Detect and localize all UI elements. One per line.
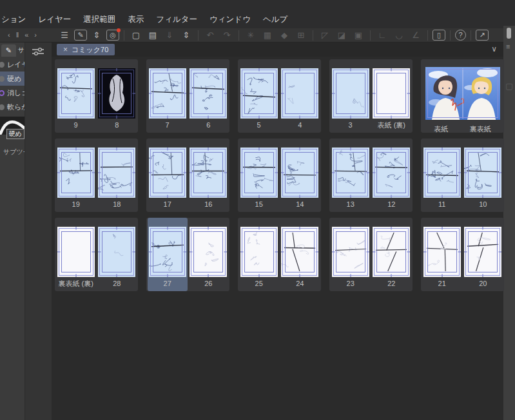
- page-label: 25: [255, 280, 263, 287]
- main-menu-icon[interactable]: ☰: [57, 30, 72, 41]
- page-thumbnail[interactable]: [332, 68, 369, 119]
- page-thumbnail[interactable]: [98, 68, 135, 119]
- page-thumbnail[interactable]: [281, 68, 318, 119]
- page-cell-selected[interactable]: 27: [148, 218, 188, 291]
- page-cell[interactable]: 26: [188, 218, 228, 291]
- menu-item[interactable]: ション: [1, 14, 26, 25]
- page-thumbnail[interactable]: [332, 227, 369, 277]
- page-cell[interactable]: 19: [56, 138, 96, 212]
- new-file-icon[interactable]: ▢: [129, 30, 143, 41]
- document-tab[interactable]: × コミック70: [57, 44, 115, 55]
- page-cell[interactable]: 16: [188, 138, 228, 212]
- page-thumbnail[interactable]: [464, 148, 501, 198]
- page-thumbnail[interactable]: [189, 68, 227, 119]
- dock-collapse-arrow[interactable]: «: [24, 32, 28, 39]
- page-cell[interactable]: 10: [463, 138, 503, 212]
- menu-item[interactable]: 表示: [128, 14, 144, 25]
- tool-switch-chevrons-icon[interactable]: ⇕: [90, 30, 104, 41]
- page-thumbnail[interactable]: [281, 148, 318, 198]
- page-thumbnail-cover-spread[interactable]: [425, 67, 500, 120]
- page-thumbnail[interactable]: [332, 148, 369, 198]
- page-thumbnail[interactable]: [373, 227, 410, 277]
- dock-prev-arrow[interactable]: ‹: [8, 32, 10, 39]
- page-thumbnail[interactable]: [189, 148, 227, 198]
- page-cell[interactable]: 12: [371, 138, 411, 212]
- page-cell[interactable]: 4: [280, 59, 320, 133]
- page-thumbnail[interactable]: [57, 148, 95, 198]
- page-thumbnail[interactable]: [57, 68, 95, 119]
- open-clip-studio-icon[interactable]: ◎: [106, 30, 119, 41]
- dock-next-arrow[interactable]: ›: [34, 32, 37, 39]
- page-label: 裏表紙 (裏): [58, 280, 93, 287]
- page-cell[interactable]: 25: [239, 218, 279, 291]
- page-label: 12: [387, 201, 395, 208]
- page-cell[interactable]: 24: [280, 218, 320, 291]
- menu-item[interactable]: ウィンドウ: [209, 14, 251, 25]
- dock-menu-icon[interactable]: ≡: [506, 43, 510, 50]
- menu-item[interactable]: レイヤー: [38, 14, 71, 25]
- page-cell[interactable]: 18: [97, 138, 137, 212]
- page-thumbnail[interactable]: [373, 68, 410, 119]
- page-thumbnail[interactable]: [464, 227, 501, 277]
- subtool-tab-label[interactable]: サ: [18, 46, 24, 57]
- page-cell[interactable]: 8: [97, 59, 137, 133]
- subtool-item-selected[interactable]: 硬め: [0, 72, 24, 86]
- page-cell[interactable]: 21: [422, 218, 462, 291]
- page-cell[interactable]: 15: [239, 138, 279, 212]
- menu-item[interactable]: 選択範囲: [83, 14, 115, 25]
- fullscreen-icon[interactable]: ↗: [476, 30, 489, 41]
- page-cell[interactable]: 7: [148, 59, 188, 133]
- page-cell[interactable]: 17: [148, 138, 188, 212]
- menu-item[interactable]: ヘルプ: [263, 14, 287, 25]
- page-cell[interactable]: 14: [280, 138, 320, 212]
- page-thumbnail[interactable]: [57, 227, 95, 277]
- page-thumbnail[interactable]: [98, 148, 135, 198]
- page-cell[interactable]: 5: [239, 59, 279, 133]
- pen-tool-tab-icon[interactable]: ✎: [1, 44, 16, 57]
- page-thumbnail[interactable]: [281, 227, 318, 277]
- page-manager-canvas[interactable]: 9876543表紙 (裏)表紙裏表紙19181716151413121110裏表…: [52, 57, 503, 420]
- page-cell[interactable]: 13: [331, 138, 371, 212]
- page-cell[interactable]: 裏表紙 (裏): [56, 218, 96, 291]
- dock-handle[interactable]: [507, 28, 511, 39]
- clip-studio-paint-window: ションレイヤー選択範囲表示フィルターウィンドウヘルプ ‹‖«› ☰✎⇕◎▢▤⇓⇕…: [0, 0, 515, 420]
- page-cell[interactable]: 3: [331, 59, 371, 133]
- close-tab-icon[interactable]: ×: [63, 45, 68, 54]
- page-cell[interactable]: 20: [463, 218, 503, 291]
- page-cell[interactable]: 22: [371, 218, 411, 291]
- page-thumbnail[interactable]: [149, 227, 186, 277]
- page-label: 4: [298, 122, 302, 129]
- page-thumbnail[interactable]: [373, 148, 410, 198]
- dock-divider-handle[interactable]: ‖: [16, 32, 19, 39]
- page-thumbnail[interactable]: [423, 148, 461, 198]
- page-thumbnail[interactable]: [189, 227, 227, 277]
- companion-mode-icon[interactable]: ▯: [432, 30, 445, 41]
- menu-item[interactable]: フィルター: [156, 14, 197, 25]
- open-file-icon[interactable]: ▤: [146, 30, 160, 41]
- page-cell[interactable]: 表紙 (裏): [371, 59, 411, 133]
- page-cell[interactable]: 23: [331, 218, 371, 291]
- page-thumbnail[interactable]: [98, 227, 135, 277]
- cover-labels: 表紙裏表紙: [423, 122, 502, 133]
- subtool-item-entry[interactable]: 消しゴム: [0, 86, 24, 100]
- page-thumbnail[interactable]: [240, 227, 278, 277]
- page-cell[interactable]: 11: [422, 138, 462, 212]
- help-icon[interactable]: ?: [455, 30, 466, 41]
- sliders-icon[interactable]: [32, 47, 44, 56]
- menubar: ションレイヤー選択範囲表示フィルターウィンドウヘルプ: [0, 0, 515, 28]
- chevron-down-icon[interactable]: ∨: [491, 44, 497, 53]
- current-tool-icon[interactable]: ✎: [74, 30, 87, 41]
- subtool-item-entry[interactable]: 軟らか: [0, 100, 24, 114]
- subtool-item-entry[interactable]: レイヤー: [0, 57, 24, 72]
- page-thumbnail[interactable]: [240, 68, 278, 119]
- page-cell[interactable]: 28: [97, 218, 137, 291]
- page-cell[interactable]: 9: [56, 59, 96, 133]
- page-cell[interactable]: 6: [188, 59, 228, 133]
- collapsed-palette-icon[interactable]: ▢: [505, 81, 513, 91]
- page-thumbnail[interactable]: [423, 227, 461, 277]
- page-thumbnail[interactable]: [240, 148, 278, 198]
- page-label: 26: [204, 280, 212, 287]
- page-thumbnail[interactable]: [149, 148, 186, 198]
- file-chevrons-icon[interactable]: ⇕: [179, 30, 193, 41]
- page-thumbnail[interactable]: [149, 68, 186, 119]
